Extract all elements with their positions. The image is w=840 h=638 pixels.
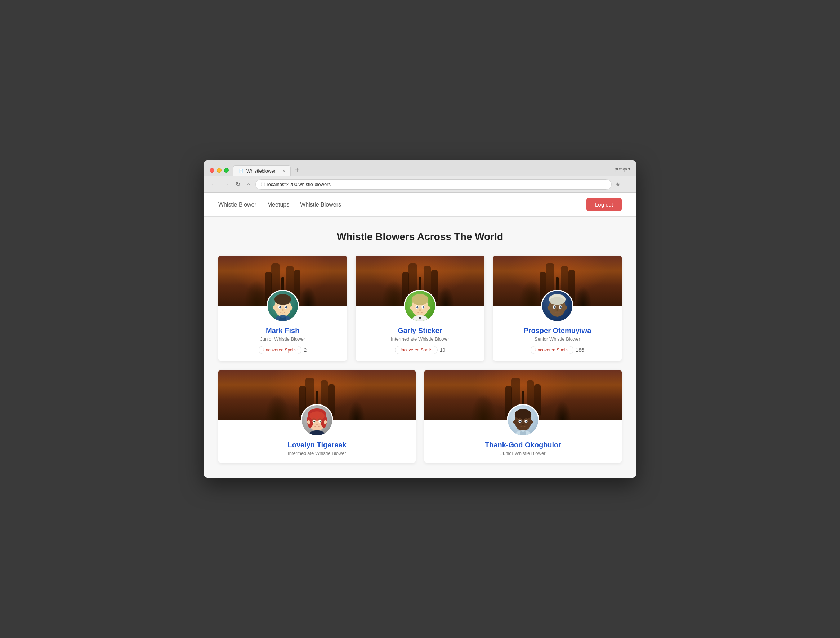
new-tab-button[interactable]: + (292, 165, 302, 176)
svg-point-62 (526, 421, 527, 421)
svg-point-50 (320, 421, 321, 421)
spoils-badge-mark-fish: Uncovered Spoils: (259, 346, 302, 354)
svg-point-23 (423, 306, 424, 307)
user-card-thank-god-okogbulor[interactable]: Thank-God Okogbulor Junior Whistle Blowe… (424, 370, 622, 463)
svg-point-51 (316, 423, 318, 424)
svg-point-33 (554, 306, 556, 308)
card-role-mark-fish: Junior Whistle Blower (260, 336, 305, 342)
spoils-badge-garly-sticker: Uncovered Spoils: (395, 346, 437, 354)
active-tab[interactable]: 📄 Whistleblower × (233, 165, 291, 176)
card-role-garly-sticker: Intermediate Whistle Blower (391, 336, 449, 342)
user-card-garly-sticker[interactable]: Garly Sticker Intermediate Whistle Blowe… (355, 256, 484, 361)
svg-point-44 (324, 420, 327, 424)
svg-point-59 (519, 421, 521, 423)
cards-grid-row1: Mark Fish Junior Whistle Blower Uncovere… (218, 256, 622, 361)
svg-point-47 (313, 421, 315, 423)
svg-point-16 (410, 306, 413, 310)
svg-point-36 (561, 306, 562, 307)
card-name-lovelyn-tigereek: Lovelyn Tigereek (287, 441, 346, 449)
svg-point-4 (290, 306, 292, 310)
main-content: Whistle Blowers Across The World (204, 217, 636, 478)
user-card-lovelyn-tigereek[interactable]: Lovelyn Tigereek Intermediate Whistle Bl… (218, 370, 416, 463)
svg-point-52 (309, 430, 325, 435)
user-card-prosper-otemuyiwa[interactable]: Prosper Otemuyiwa Senior Whistle Blower … (493, 256, 622, 361)
svg-point-37 (556, 309, 558, 310)
traffic-lights (210, 168, 229, 173)
svg-point-60 (526, 421, 527, 423)
tab-bar: 📄 Whistleblower × + (233, 165, 610, 176)
minimize-button[interactable] (217, 168, 221, 173)
tab-page-icon: 📄 (238, 169, 243, 173)
page-title: Whistle Blowers Across The World (218, 231, 622, 242)
card-role-prosper-otemuyiwa: Senior Whistle Blower (535, 336, 580, 342)
svg-point-3 (273, 306, 276, 310)
svg-point-63 (522, 423, 524, 424)
spoils-badge-prosper-otemuyiwa: Uncovered Spoils: (531, 346, 573, 354)
avatar-prosper-otemuyiwa (541, 290, 573, 322)
svg-point-43 (307, 420, 310, 424)
browser-window: 📄 Whistleblower × + prosper ← → ↻ ⌂ ⓘ lo… (204, 160, 636, 478)
nav-links: Whistle Blower Meetups Whistle Blowers (218, 201, 586, 208)
bookmark-button[interactable]: ★ (615, 181, 620, 188)
tab-close-button[interactable]: × (283, 168, 285, 174)
card-role-thank-god-okogbulor: Junior Whistle Blower (501, 451, 546, 456)
nav-meetups[interactable]: Meetups (267, 201, 289, 208)
svg-point-11 (282, 309, 284, 310)
close-button[interactable] (210, 168, 214, 173)
address-bar: ← → ↻ ⌂ ⓘ localhost:4200/whistle-blowers… (204, 176, 636, 193)
svg-point-55 (513, 420, 516, 424)
secure-icon: ⓘ (261, 181, 265, 187)
svg-point-42 (309, 411, 325, 420)
forward-button[interactable]: → (222, 180, 231, 188)
cards-grid-row2: Lovelyn Tigereek Intermediate Whistle Bl… (218, 370, 622, 463)
card-spoils-prosper-otemuyiwa: Uncovered Spoils: 186 (531, 346, 584, 354)
tab-title: Whistleblower (246, 168, 276, 174)
svg-point-8 (285, 306, 287, 308)
card-name-mark-fish: Mark Fish (266, 326, 299, 335)
avatar-mark-fish (267, 290, 299, 322)
menu-button[interactable]: ⋮ (624, 180, 630, 188)
svg-point-61 (521, 421, 521, 421)
user-label: prosper (614, 166, 630, 174)
svg-point-49 (314, 421, 315, 421)
url-bar[interactable]: ⓘ localhost:4200/whistle-blowers (256, 179, 612, 190)
user-card-mark-fish[interactable]: Mark Fish Junior Whistle Blower Uncovere… (218, 256, 347, 361)
svg-point-20 (417, 306, 418, 308)
nav-whistle-blowers[interactable]: Whistle Blowers (300, 201, 341, 208)
nav-whistle-blower[interactable]: Whistle Blower (218, 201, 256, 208)
svg-point-28 (549, 297, 565, 305)
svg-point-24 (419, 309, 421, 310)
logout-button[interactable]: Log out (586, 198, 622, 211)
avatar-lovelyn-tigereek (301, 404, 333, 437)
spoils-count-mark-fish: 2 (304, 347, 306, 353)
svg-point-54 (515, 409, 531, 420)
spoils-count-garly-sticker: 10 (440, 347, 445, 353)
reload-button[interactable]: ↻ (234, 180, 242, 188)
maximize-button[interactable] (224, 168, 229, 173)
svg-point-10 (286, 306, 287, 307)
svg-point-30 (564, 306, 567, 310)
url-text: localhost:4200/whistle-blowers (267, 182, 331, 187)
svg-point-7 (279, 306, 281, 308)
svg-point-17 (427, 306, 430, 310)
card-name-thank-god-okogbulor: Thank-God Okogbulor (485, 441, 561, 449)
title-bar: 📄 Whistleblower × + prosper (204, 160, 636, 176)
svg-point-21 (423, 306, 424, 308)
spoils-count-prosper-otemuyiwa: 186 (576, 347, 584, 353)
site-navigation: Whistle Blower Meetups Whistle Blowers L… (204, 193, 636, 217)
svg-point-29 (548, 306, 550, 310)
back-button[interactable]: ← (210, 180, 218, 188)
card-spoils-garly-sticker: Uncovered Spoils: 10 (395, 346, 445, 354)
card-name-prosper-otemuyiwa: Prosper Otemuyiwa (523, 326, 591, 335)
home-button[interactable]: ⌂ (245, 180, 252, 188)
svg-point-22 (417, 306, 418, 307)
svg-point-56 (530, 420, 533, 424)
avatar-garly-sticker (404, 290, 436, 322)
card-name-garly-sticker: Garly Sticker (398, 326, 442, 335)
svg-point-48 (319, 421, 321, 423)
svg-point-35 (555, 306, 556, 307)
svg-point-2 (275, 297, 291, 305)
svg-point-15 (412, 297, 428, 305)
card-role-lovelyn-tigereek: Intermediate Whistle Blower (288, 451, 346, 456)
svg-point-34 (560, 306, 562, 308)
